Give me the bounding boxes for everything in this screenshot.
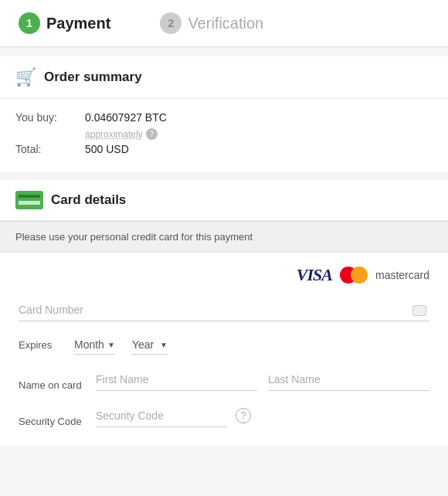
order-summary-section: 🛒 Order summary You buy: 0.04607927 BTC …: [0, 56, 448, 172]
card-details-header: Card details: [0, 180, 448, 221]
card-details-section: Card details Please use your personal cr…: [0, 180, 448, 446]
total-value: 500 USD: [85, 143, 129, 155]
expires-label: Expires: [19, 339, 65, 351]
approximately-question-icon[interactable]: ?: [146, 128, 158, 140]
card-details-title: Card details: [51, 192, 126, 208]
card-notice: Please use your personal credit card for…: [0, 221, 448, 253]
step-payment: 1 Payment: [19, 12, 110, 34]
security-code-wrap: ?: [96, 405, 227, 427]
cart-icon: 🛒: [15, 67, 36, 87]
name-on-card-row: Name on card: [19, 369, 429, 391]
year-chevron-icon: ▼: [160, 341, 168, 349]
visa-logo: VISA: [297, 265, 332, 285]
steps-header: 1 Payment 2 Verification: [0, 0, 448, 47]
month-chevron-icon: ▼: [107, 341, 115, 349]
security-code-input[interactable]: [96, 405, 231, 426]
step2-label: Verification: [188, 15, 263, 32]
year-select[interactable]: Year 202420252026 202720282029 2030: [132, 338, 160, 351]
first-name-input[interactable]: [96, 369, 257, 391]
year-select-wrap: Year 202420252026 202720282029 2030 ▼: [132, 335, 168, 355]
card-number-input[interactable]: [19, 299, 429, 321]
mc-circle-right: [351, 267, 368, 284]
total-label: Total:: [15, 143, 85, 155]
step2-circle: 2: [160, 12, 182, 34]
security-code-label: Security Code: [19, 416, 96, 427]
month-select-wrap: Month 010203 040506 070809 101112 ▼: [74, 335, 115, 355]
name-fields: [96, 369, 429, 391]
payment-logos: VISA mastercard: [19, 265, 429, 285]
card-number-group: [19, 299, 429, 321]
mastercard-logo: mastercard: [340, 267, 429, 284]
mastercard-text: mastercard: [375, 269, 429, 281]
card-chip-icon: [412, 305, 426, 316]
name-on-card-label: Name on card: [19, 379, 96, 391]
card-form: VISA mastercard Expires Month 010203 040…: [0, 253, 448, 446]
security-code-row: Security Code ?: [19, 405, 429, 427]
you-buy-label: You buy:: [15, 111, 85, 124]
step1-circle: 1: [19, 12, 40, 34]
month-select[interactable]: Month 010203 040506 070809 101112: [74, 338, 107, 351]
order-details: You buy: 0.04607927 BTC approximately ? …: [0, 99, 448, 172]
card-icon: [15, 191, 43, 209]
you-buy-value: 0.04607927 BTC: [85, 111, 167, 124]
security-code-help-icon[interactable]: ?: [236, 408, 251, 423]
expires-row: Expires Month 010203 040506 070809 10111…: [19, 335, 429, 355]
total-row: Total: 500 USD: [15, 143, 433, 155]
approximately-label: approximately: [85, 129, 143, 140]
last-name-input[interactable]: [268, 369, 429, 391]
step-verification: 2 Verification: [160, 12, 263, 34]
order-summary-header: 🛒 Order summary: [0, 56, 448, 99]
step1-label: Payment: [46, 15, 110, 32]
order-summary-title: Order summary: [44, 70, 142, 85]
you-buy-row: You buy: 0.04607927 BTC: [15, 111, 433, 124]
approximately-row[interactable]: approximately ?: [85, 128, 433, 140]
